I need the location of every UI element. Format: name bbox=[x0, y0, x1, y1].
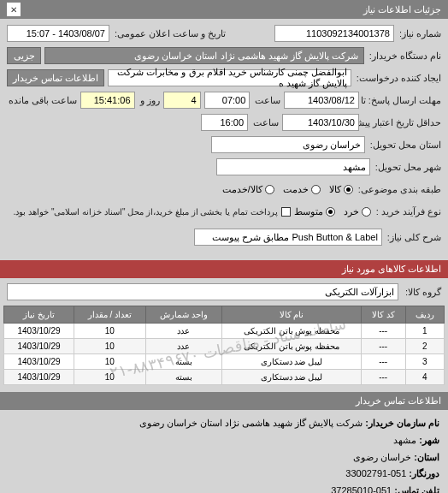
announce-label: تاریخ و ساعت اعلان عمومی: bbox=[115, 28, 226, 39]
contact-block: نام سازمان خریدار: شرکت پالایش گاز شهید … bbox=[0, 410, 448, 493]
table-cell: 1403/10/29 bbox=[4, 324, 74, 339]
table-cell: --- bbox=[361, 370, 405, 385]
validity-date-field: 1403/10/30 bbox=[282, 114, 359, 131]
table-cell: 2 bbox=[405, 339, 444, 354]
buyer-org-label: نام دستگاه خریدار: bbox=[369, 50, 441, 62]
c-org-label: نام سازمان خریدار: bbox=[365, 418, 439, 428]
validity-time-label: ساعت bbox=[253, 117, 279, 128]
table-row[interactable]: 3---لیبل ضد دستکاریبسته101403/10/29 bbox=[4, 354, 445, 370]
requester-label: ایجاد کننده درخواست: bbox=[357, 73, 441, 84]
province-field: خراسان رضوی bbox=[211, 136, 365, 153]
group-label: گروه کالا: bbox=[405, 287, 441, 298]
table-cell: لیبل ضد دستکاری bbox=[221, 370, 361, 385]
buyer-org-field: شرکت پالایش گاز شهید هاشمی نژاد استان خر… bbox=[44, 47, 364, 64]
deadline-time-label: ساعت bbox=[255, 95, 280, 106]
table-row[interactable]: 4---لیبل ضد دستکاریبسته101403/10/29 bbox=[4, 370, 445, 385]
items-table-wrap: ردیف کد کالا نام کالا واحد شمارش تعداد /… bbox=[0, 306, 448, 392]
priority-radio-both[interactable]: کالا/خدمت bbox=[222, 184, 274, 195]
c-city-label: شهر: bbox=[419, 435, 439, 445]
priority-label: طبقه بندی موضوعی: bbox=[358, 184, 441, 195]
th-unit: واحد شمارش bbox=[145, 306, 221, 324]
group-field: ابزارآلات الکتریکی bbox=[7, 283, 398, 300]
validity-label: حداقل تاریخ اعتبار پیشنهاد: تا تاریخ: bbox=[364, 117, 441, 128]
buy-method-label: نوع فرآیند خرید : bbox=[376, 206, 441, 217]
c-fax-label: دورنگار: bbox=[409, 468, 439, 478]
buyer-contact-button[interactable]: اطلاعات تماس خریدار bbox=[7, 69, 104, 86]
items-section-title: اطلاعات کالاهای مورد نیاز bbox=[0, 260, 448, 278]
c-prov-label: استان: bbox=[414, 452, 439, 462]
buy-method-radio-group: خرد متوسط bbox=[294, 206, 371, 217]
contact-section-title: اطلاعات تماس خریدار bbox=[0, 392, 448, 410]
window-title: جزئیات اطلاعات نیاز bbox=[363, 4, 441, 15]
table-cell: بسته bbox=[145, 370, 221, 385]
table-cell: محفظه پوش باتن الکتریکی bbox=[221, 324, 361, 339]
c-phone-label: تلفن تماس: bbox=[394, 485, 439, 493]
deadline-label: مهلت ارسال پاسخ: تا تاریخ: bbox=[364, 95, 441, 106]
table-cell: 3 bbox=[405, 354, 444, 370]
requester-field: ابوالفضل چمنی کارشناس خرید اقلام برق و م… bbox=[108, 69, 351, 86]
priority-radio-service[interactable]: خدمت bbox=[283, 184, 321, 195]
announce-field: 1403/08/07 - 15:07 bbox=[7, 25, 109, 42]
window-header: جزئیات اطلاعات نیاز ✕ bbox=[0, 0, 448, 19]
table-cell: --- bbox=[361, 354, 405, 370]
table-cell: 10 bbox=[74, 339, 145, 354]
table-cell: عدد bbox=[145, 324, 221, 339]
buy-method-note: پرداخت تمام یا بخشی از مبلغ خرید،از محل … bbox=[14, 207, 278, 217]
province-label: استان محل تحویل: bbox=[370, 140, 441, 151]
table-cell: 4 bbox=[405, 370, 444, 385]
remain-label: ساعت باقی مانده bbox=[9, 95, 77, 106]
th-date: تاریخ نیاز bbox=[4, 306, 74, 324]
c-city: مشهد bbox=[393, 435, 416, 445]
th-code: کد کالا bbox=[361, 306, 405, 324]
buy-method-radio-small[interactable]: خرد bbox=[344, 206, 371, 217]
table-cell: عدد bbox=[145, 339, 221, 354]
th-name: نام کالا bbox=[221, 306, 361, 324]
c-phone: 051-37285010 bbox=[331, 485, 392, 493]
remain-field: 15:41:06 bbox=[80, 92, 134, 109]
city-label: شهر محل تحویل: bbox=[375, 162, 441, 173]
deadline-date-field: 1403/08/12 bbox=[284, 92, 359, 109]
c-prov: خراسان رضوی bbox=[353, 452, 411, 462]
days-field: 4 bbox=[163, 92, 201, 109]
c-fax: 051-33002791 bbox=[345, 468, 406, 478]
table-row[interactable]: 2---محفظه پوش باتن الکتریکیعدد101403/10/… bbox=[4, 339, 445, 354]
desc-label: شرح کلی نیاز: bbox=[387, 232, 441, 243]
table-cell: بسته bbox=[145, 354, 221, 370]
city-field: مشهد bbox=[216, 158, 370, 175]
th-qty: تعداد / مقدار bbox=[74, 306, 145, 324]
items-table: ردیف کد کالا نام کالا واحد شمارش تعداد /… bbox=[3, 306, 445, 385]
table-cell: 1403/10/29 bbox=[4, 370, 74, 385]
th-row: ردیف bbox=[405, 306, 444, 324]
close-icon[interactable]: ✕ bbox=[7, 3, 21, 16]
table-cell: --- bbox=[361, 339, 405, 354]
table-cell: 1403/10/29 bbox=[4, 339, 74, 354]
table-row[interactable]: 1---محفظه پوش باتن الکتریکیعدد101403/10/… bbox=[4, 324, 445, 339]
partial-field: جزیی bbox=[7, 47, 41, 64]
req-no-label: شماره نیاز: bbox=[399, 28, 441, 39]
desc-field: Push Button & Label مطابق شرح پیوست bbox=[194, 229, 382, 246]
table-cell: 10 bbox=[74, 324, 145, 339]
table-cell: 10 bbox=[74, 354, 145, 370]
treasury-checkbox[interactable] bbox=[281, 207, 291, 217]
priority-radio-group: کالا خدمت کالا/خدمت bbox=[222, 184, 353, 195]
buy-method-radio-medium[interactable]: متوسط bbox=[294, 206, 335, 217]
table-cell: 1403/10/29 bbox=[4, 354, 74, 370]
table-cell: --- bbox=[361, 324, 405, 339]
c-org: شرکت پالایش گاز شهید هاشمی نژاد استان خر… bbox=[139, 418, 363, 428]
days-label: روز و bbox=[140, 95, 160, 106]
validity-time-field: 16:00 bbox=[201, 114, 248, 131]
req-no-field: 1103092134001378 bbox=[274, 25, 394, 42]
table-cell: محفظه پوش باتن الکتریکی bbox=[221, 339, 361, 354]
deadline-time-field: 07:00 bbox=[204, 92, 251, 109]
table-cell: 1 bbox=[405, 324, 444, 339]
priority-radio-goods[interactable]: کالا bbox=[329, 184, 353, 195]
form-panel: شماره نیاز: 1103092134001378 تاریخ و ساع… bbox=[0, 19, 448, 255]
table-cell: 10 bbox=[74, 370, 145, 385]
table-cell: لیبل ضد دستکاری bbox=[221, 354, 361, 370]
